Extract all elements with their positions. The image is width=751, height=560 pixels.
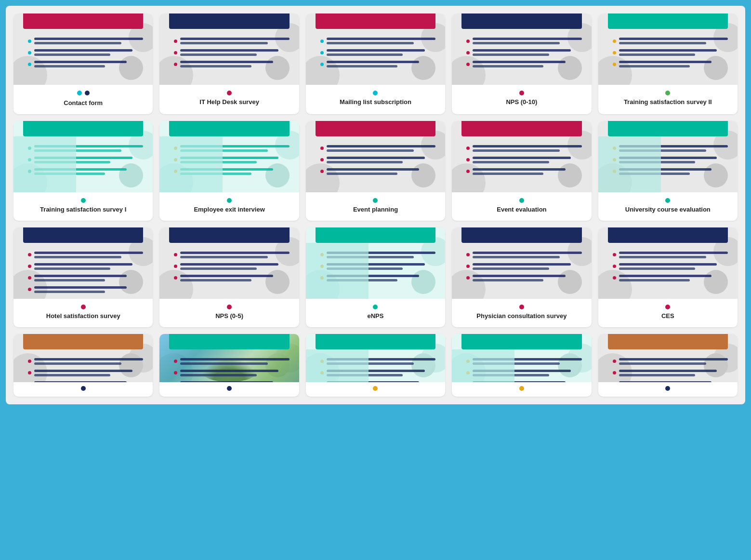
form-lines [466,38,581,72]
dot-indicator [28,360,31,363]
form-line-row [466,145,581,152]
form-line-row [613,49,728,56]
card-footer: NPS (0-10) [452,85,591,113]
form-line-row [174,263,289,270]
line-item [34,61,127,63]
dot-indicator [174,63,177,66]
footer-dot [81,386,86,391]
line-group [34,263,143,270]
line-item-2 [180,42,267,44]
card-nps-0-10[interactable]: NPS (0-10) [452,13,591,114]
card-preview [452,13,591,85]
line-item-2 [473,65,543,67]
form-line-row [613,275,728,281]
color-bar [461,13,581,29]
dot-indicator [174,276,177,280]
line-item-2 [619,42,706,44]
line-group [180,358,289,365]
color-bar [169,334,289,349]
footer-dot [373,91,378,95]
color-bar [316,121,435,136]
dot-indicator [466,40,470,43]
card-preview [452,227,591,299]
dot-indicator [613,40,616,43]
line-item-2 [34,362,121,365]
line-group [619,252,728,258]
line-group [34,275,143,281]
line-item [619,38,728,40]
card-partial-3[interactable] [306,334,445,397]
main-container: Contact form IT Help Desk survey [6,6,745,404]
footer-dot [519,198,524,203]
dot-indicator [613,276,616,280]
line-group [327,38,435,44]
card-university-course[interactable]: University course evaluation [598,121,738,221]
card-partial-2[interactable] [159,334,299,397]
color-bar [169,121,289,136]
dot-indicator [28,276,31,280]
line-group [473,61,581,67]
line-item [34,252,143,254]
card-preview [159,227,299,299]
card-event-evaluation[interactable]: Event evaluation [452,121,591,221]
card-partial-1[interactable] [13,334,153,397]
line-item [473,252,581,254]
card-footer [306,382,445,397]
card-physician-consultation[interactable]: Physician consultation survey [452,227,591,327]
card-footer: eNPS [306,299,445,327]
card-title: Physician consultation survey [476,312,567,320]
line-item-2 [180,256,267,258]
card-nps-0-5[interactable]: NPS (0-5) [159,227,299,327]
card-ces[interactable]: CES [598,227,738,327]
line-item [619,275,711,277]
card-preview [159,121,299,192]
card-hotel-satisfaction[interactable]: Hotel satisfaction survey [13,227,153,327]
line-group [34,38,143,44]
line-item-2 [619,65,690,67]
form-line-row [320,145,435,152]
form-lines [28,252,143,298]
dot-indicator [613,265,616,268]
card-employee-exit[interactable]: Employee exit interview [159,121,299,221]
footer-dot [373,198,378,203]
card-partial-4[interactable] [452,334,591,397]
footer-dot [227,305,232,309]
line-item-2 [619,53,695,56]
form-line-row [174,61,289,67]
line-group [473,145,581,152]
form-line-row [320,49,435,56]
line-item-2 [34,53,110,56]
card-training-sat-2[interactable]: Training satisfaction survey II [598,13,738,114]
line-item-2 [180,279,251,281]
line-group [619,275,728,281]
line-group [180,275,289,281]
card-partial-5[interactable] [598,334,738,397]
line-item [473,145,581,147]
form-line-row [466,157,581,163]
color-bar [461,227,581,243]
line-item [34,38,143,40]
card-it-helpdesk[interactable]: IT Help Desk survey [159,13,299,114]
footer-dot [665,386,670,391]
dot-indicator [613,360,616,363]
card-enps[interactable]: eNPS [306,227,445,327]
dot-indicator [28,265,31,268]
dot-indicator [28,253,31,256]
card-contact-form[interactable]: Contact form [13,13,153,114]
line-item [34,381,127,382]
color-bar [316,13,435,29]
card-event-planning[interactable]: Event planning [306,121,445,221]
card-mailing-list[interactable]: Mailing list subscription [306,13,445,114]
line-item [619,263,717,266]
line-item-2 [619,267,695,270]
form-line-row [28,38,143,44]
line-item [619,358,728,360]
form-line-row [174,381,289,382]
line-group [619,381,728,382]
card-training-sat-1[interactable]: Training satisfaction survey I [13,121,153,221]
line-item [327,168,419,171]
line-item [180,49,278,52]
color-bar [169,227,289,243]
line-item-2 [34,42,121,44]
card-title: IT Help Desk survey [199,98,259,107]
